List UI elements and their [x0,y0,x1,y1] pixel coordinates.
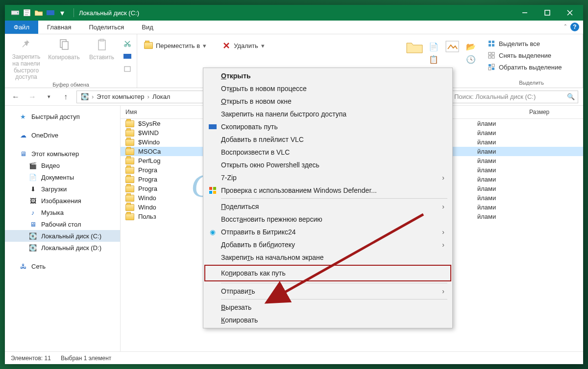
ctx-vlc-add[interactable]: Добавить в плейлист VLC [204,133,451,146]
chevron-up-icon[interactable]: ˆ [564,23,566,31]
ctx-copy-as-path[interactable]: Копировать как путь [204,265,451,281]
sidebar-item-video[interactable]: 🎬Видео [5,160,120,171]
new-item-icon[interactable]: 📄 [428,41,439,52]
move-to-button[interactable]: Переместить в ▾ [141,40,209,51]
context-menu: Открыть Открыть в новом процессе Открыть… [203,68,453,328]
select-none-button[interactable]: Снять выделение [484,50,579,61]
search-icon: 🔍 [567,93,575,100]
folder-icon [125,213,134,220]
ctx-defender[interactable]: Проверка с использованием Windows Defend… [204,184,451,197]
easy-access-icon[interactable]: 📋 [428,54,439,65]
file-name: $Windo [138,138,160,146]
chevron-right-icon: › [442,174,444,182]
drive-icon [11,8,20,17]
ctx-open[interactable]: Открыть [204,69,451,82]
ctx-copy-path[interactable]: Скопировать путь [204,120,451,133]
open-icon[interactable]: 📂 [466,41,476,52]
sidebar-item-network[interactable]: 🖧Сеть [5,260,120,272]
selectall-icon [487,39,496,48]
sidebar-item-diskd[interactable]: 💽Локальный диск (D:) [5,242,120,254]
svg-rect-22 [489,64,491,67]
paste-icon [94,36,110,53]
svg-rect-3 [47,10,54,15]
svg-rect-28 [213,187,216,190]
sidebar-item-docs[interactable]: 📄Документы [5,171,120,183]
ctx-open-newproc[interactable]: Открыть в новом процессе [204,82,451,95]
svg-rect-24 [489,68,491,70]
delete-button[interactable]: Удалить ▾ [219,40,268,51]
up-button[interactable]: ↑ [60,91,72,103]
cut-icon[interactable] [122,38,133,49]
pin-button[interactable]: Закрепить на панели быстрого доступа [9,36,44,81]
file-name: Progra [138,166,157,174]
chevron-down-icon[interactable]: ▾ [58,8,67,17]
history-icon[interactable]: 🕓 [466,54,476,65]
tab-home[interactable]: Главная [38,21,80,34]
folder-icon [125,139,134,146]
ctx-restore[interactable]: Восстановить прежнюю версию [204,213,451,226]
status-selected: Выбран 1 элемент [61,355,111,362]
col-size[interactable]: Размер [524,106,583,118]
ctx-pin-start[interactable]: Закрепить на начальном экране [204,251,451,264]
back-button[interactable]: ← [10,91,22,103]
ctx-send-to[interactable]: Отправить› [204,285,451,298]
ribbon-group-select: Выделить [484,79,579,87]
ctx-7zip[interactable]: 7-Zip› [204,171,451,184]
tab-file[interactable]: Файл [5,21,38,34]
music-icon: ♪ [28,208,37,217]
sidebar-item-onedrive[interactable]: ☁OneDrive [5,129,120,141]
paste-shortcut-icon[interactable] [122,64,133,74]
folder-icon [125,158,134,164]
copypath-icon[interactable] [122,51,133,62]
search-input[interactable]: Поиск: Локальный диск (C:) 🔍 [451,91,578,103]
tab-view[interactable]: Вид [133,21,162,34]
ctx-pin-quick[interactable]: Закрепить на панели быстрого доступа [204,108,451,120]
help-icon[interactable]: ? [570,23,579,31]
delete-icon [222,41,231,50]
newfolder-icon[interactable] [406,39,423,56]
file-name: $WIND [138,129,159,137]
maximize-button[interactable] [536,5,559,21]
sidebar-item-images[interactable]: 🖼Изображения [5,195,120,207]
copy-button[interactable]: Копировать [47,36,81,81]
file-name: Windo [138,204,156,211]
drive-small-icon: 💽 [81,93,89,100]
sidebar-item-pc[interactable]: 🖥Этот компьютер [5,148,120,160]
svg-rect-17 [492,44,494,46]
sidebar-item-desktop[interactable]: 🖥Рабочий стол [5,218,120,230]
ctx-vlc-play[interactable]: Воспроизвести в VLC [204,146,451,159]
recent-button[interactable]: ▾ [43,91,55,103]
app-icon [23,8,31,17]
sidebar-item-downloads[interactable]: ⬇Загрузки [5,183,120,195]
sidebar-item-diskc[interactable]: 💽Локальный диск (C:) [5,230,120,242]
ctx-copy[interactable]: Копировать [204,314,451,326]
tab-share[interactable]: Поделиться [80,21,133,34]
invert-selection-button[interactable]: Обратить выделение [484,62,579,72]
properties-icon[interactable] [444,39,461,56]
copy-icon [56,36,73,53]
forward-button[interactable]: → [26,91,38,103]
minimize-button[interactable] [514,5,536,21]
chevron-right-icon: › [442,228,444,236]
svg-rect-7 [98,40,105,50]
paste-button[interactable]: Вставить [84,36,119,81]
select-all-button[interactable]: Выделить все [484,38,579,49]
network-icon: 🖧 [19,262,27,271]
ctx-powershell[interactable]: Открыть окно Powershell здесь [204,159,451,171]
ctx-bitrix[interactable]: ◉Отправить в Битрикс24› [204,226,451,238]
svg-rect-4 [545,10,550,15]
svg-rect-18 [489,52,491,55]
close-button[interactable] [559,5,581,21]
ctx-library[interactable]: Добавить в библиотеку› [204,238,451,251]
svg-rect-20 [489,56,491,58]
chevron-right-icon: › [442,203,444,210]
sidebar-item-music[interactable]: ♪Музыка [5,207,120,218]
status-count: Элементов: 11 [11,355,51,362]
ctx-share[interactable]: Поделиться› [204,200,451,213]
sidebar-item-quick[interactable]: ★Быстрый доступ [5,111,120,122]
ctx-open-newwin[interactable]: Открыть в новом окне [204,95,451,108]
ctx-cut[interactable]: Вырезать [204,301,451,314]
cloud-icon: ☁ [19,131,27,139]
svg-rect-26 [209,124,217,129]
defender-icon [208,186,217,195]
